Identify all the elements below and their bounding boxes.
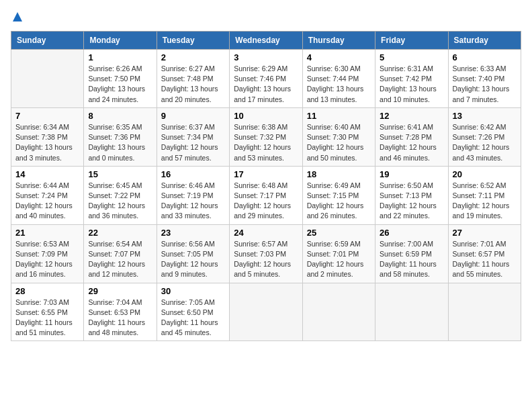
day-info: Sunrise: 6:41 AM Sunset: 7:28 PM Dayligh… — [380, 122, 443, 163]
calendar-week-row: 28Sunrise: 7:03 AM Sunset: 6:55 PM Dayli… — [11, 283, 521, 341]
day-info: Sunrise: 7:04 AM Sunset: 6:53 PM Dayligh… — [88, 298, 152, 338]
day-info: Sunrise: 6:49 AM Sunset: 7:15 PM Dayligh… — [307, 181, 371, 222]
calendar-header-row: SundayMondayTuesdayWednesdayThursdayFrid… — [11, 32, 521, 50]
day-number: 2 — [161, 52, 225, 62]
weekday-header: Monday — [84, 32, 157, 50]
day-number: 7 — [15, 111, 79, 121]
calendar-cell: 9Sunrise: 6:37 AM Sunset: 7:34 PM Daylig… — [157, 107, 229, 166]
calendar-cell — [448, 283, 521, 341]
day-info: Sunrise: 6:33 AM Sunset: 7:40 PM Dayligh… — [453, 64, 517, 105]
day-number: 21 — [15, 228, 79, 238]
calendar-cell: 11Sunrise: 6:40 AM Sunset: 7:30 PM Dayli… — [302, 107, 375, 166]
calendar-cell: 8Sunrise: 6:35 AM Sunset: 7:36 PM Daylig… — [84, 107, 157, 166]
day-number: 12 — [380, 111, 443, 121]
calendar-week-row: 21Sunrise: 6:53 AM Sunset: 7:09 PM Dayli… — [11, 224, 521, 283]
calendar-cell: 28Sunrise: 7:03 AM Sunset: 6:55 PM Dayli… — [11, 283, 84, 341]
day-info: Sunrise: 6:42 AM Sunset: 7:26 PM Dayligh… — [453, 122, 517, 163]
day-number: 6 — [453, 52, 517, 62]
calendar-cell: 5Sunrise: 6:31 AM Sunset: 7:42 PM Daylig… — [375, 50, 448, 108]
day-number: 13 — [453, 111, 517, 121]
calendar-week-row: 7Sunrise: 6:34 AM Sunset: 7:38 PM Daylig… — [11, 107, 521, 166]
weekday-header: Sunday — [11, 32, 84, 50]
calendar-cell: 17Sunrise: 6:48 AM Sunset: 7:17 PM Dayli… — [230, 166, 302, 224]
day-info: Sunrise: 6:29 AM Sunset: 7:46 PM Dayligh… — [234, 64, 298, 105]
day-info: Sunrise: 6:40 AM Sunset: 7:30 PM Dayligh… — [307, 122, 371, 163]
day-number: 11 — [307, 111, 371, 121]
day-info: Sunrise: 6:44 AM Sunset: 7:24 PM Dayligh… — [15, 181, 79, 222]
weekday-header: Thursday — [302, 32, 375, 50]
day-number: 17 — [234, 169, 298, 179]
day-number: 22 — [88, 228, 152, 238]
day-info: Sunrise: 6:46 AM Sunset: 7:19 PM Dayligh… — [161, 181, 225, 222]
day-info: Sunrise: 6:52 AM Sunset: 7:11 PM Dayligh… — [453, 181, 517, 222]
day-info: Sunrise: 7:03 AM Sunset: 6:55 PM Dayligh… — [15, 298, 79, 338]
day-number: 15 — [88, 169, 152, 179]
weekday-header: Wednesday — [230, 32, 302, 50]
day-info: Sunrise: 6:27 AM Sunset: 7:48 PM Dayligh… — [161, 64, 225, 105]
calendar-cell: 4Sunrise: 6:30 AM Sunset: 7:44 PM Daylig… — [302, 50, 375, 108]
day-number: 19 — [380, 169, 443, 179]
calendar-cell: 27Sunrise: 7:01 AM Sunset: 6:57 PM Dayli… — [448, 224, 521, 283]
day-info: Sunrise: 6:34 AM Sunset: 7:38 PM Dayligh… — [15, 122, 79, 163]
day-number: 25 — [307, 228, 371, 238]
calendar-cell: 30Sunrise: 7:05 AM Sunset: 6:50 PM Dayli… — [157, 283, 229, 341]
calendar-cell: 10Sunrise: 6:38 AM Sunset: 7:32 PM Dayli… — [230, 107, 302, 166]
day-info: Sunrise: 6:56 AM Sunset: 7:05 PM Dayligh… — [161, 239, 225, 280]
day-number: 16 — [161, 169, 225, 179]
calendar-cell: 18Sunrise: 6:49 AM Sunset: 7:15 PM Dayli… — [302, 166, 375, 224]
day-number: 1 — [88, 52, 152, 62]
calendar-cell: 23Sunrise: 6:56 AM Sunset: 7:05 PM Dayli… — [157, 224, 229, 283]
weekday-header: Tuesday — [157, 32, 229, 50]
day-info: Sunrise: 6:50 AM Sunset: 7:13 PM Dayligh… — [380, 181, 443, 222]
day-info: Sunrise: 6:31 AM Sunset: 7:42 PM Dayligh… — [380, 64, 443, 105]
day-number: 9 — [161, 111, 225, 121]
calendar-cell: 12Sunrise: 6:41 AM Sunset: 7:28 PM Dayli… — [375, 107, 448, 166]
calendar-cell — [375, 283, 448, 341]
svg-marker-0 — [13, 12, 22, 21]
calendar-cell: 15Sunrise: 6:45 AM Sunset: 7:22 PM Dayli… — [84, 166, 157, 224]
day-number: 20 — [453, 169, 517, 179]
day-number: 30 — [161, 286, 225, 296]
weekday-header: Saturday — [448, 32, 521, 50]
day-number: 8 — [88, 111, 152, 121]
calendar-table: SundayMondayTuesdayWednesdayThursdayFrid… — [11, 31, 521, 341]
day-info: Sunrise: 7:00 AM Sunset: 6:59 PM Dayligh… — [380, 239, 443, 280]
calendar-cell: 20Sunrise: 6:52 AM Sunset: 7:11 PM Dayli… — [448, 166, 521, 224]
day-info: Sunrise: 6:59 AM Sunset: 7:01 PM Dayligh… — [307, 239, 371, 280]
day-number: 4 — [307, 52, 371, 62]
calendar-cell: 1Sunrise: 6:26 AM Sunset: 7:50 PM Daylig… — [84, 50, 157, 108]
day-info: Sunrise: 6:38 AM Sunset: 7:32 PM Dayligh… — [234, 122, 298, 163]
calendar-cell: 14Sunrise: 6:44 AM Sunset: 7:24 PM Dayli… — [11, 166, 84, 224]
day-number: 23 — [161, 228, 225, 238]
day-number: 14 — [15, 169, 79, 179]
day-info: Sunrise: 7:05 AM Sunset: 6:50 PM Dayligh… — [161, 298, 225, 338]
calendar-cell: 13Sunrise: 6:42 AM Sunset: 7:26 PM Dayli… — [448, 107, 521, 166]
calendar-cell — [302, 283, 375, 341]
calendar-cell: 26Sunrise: 7:00 AM Sunset: 6:59 PM Dayli… — [375, 224, 448, 283]
calendar-cell: 29Sunrise: 7:04 AM Sunset: 6:53 PM Dayli… — [84, 283, 157, 341]
calendar-cell: 25Sunrise: 6:59 AM Sunset: 7:01 PM Dayli… — [302, 224, 375, 283]
day-info: Sunrise: 6:26 AM Sunset: 7:50 PM Dayligh… — [88, 64, 152, 105]
calendar-cell: 24Sunrise: 6:57 AM Sunset: 7:03 PM Dayli… — [230, 224, 302, 283]
day-info: Sunrise: 6:54 AM Sunset: 7:07 PM Dayligh… — [88, 239, 152, 280]
logo-icon — [11, 11, 24, 23]
day-info: Sunrise: 6:45 AM Sunset: 7:22 PM Dayligh… — [88, 181, 152, 222]
day-info: Sunrise: 6:35 AM Sunset: 7:36 PM Dayligh… — [88, 122, 152, 163]
day-number: 28 — [15, 286, 79, 296]
day-number: 26 — [380, 228, 443, 238]
day-info: Sunrise: 6:57 AM Sunset: 7:03 PM Dayligh… — [234, 239, 298, 280]
day-number: 3 — [234, 52, 298, 62]
calendar-cell: 16Sunrise: 6:46 AM Sunset: 7:19 PM Dayli… — [157, 166, 229, 224]
day-number: 5 — [380, 52, 443, 62]
page-header — [11, 11, 521, 23]
day-number: 10 — [234, 111, 298, 121]
day-number: 29 — [88, 286, 152, 296]
calendar-cell — [11, 50, 84, 108]
calendar-cell: 2Sunrise: 6:27 AM Sunset: 7:48 PM Daylig… — [157, 50, 229, 108]
calendar-cell: 22Sunrise: 6:54 AM Sunset: 7:07 PM Dayli… — [84, 224, 157, 283]
weekday-header: Friday — [375, 32, 448, 50]
calendar-cell: 21Sunrise: 6:53 AM Sunset: 7:09 PM Dayli… — [11, 224, 84, 283]
day-number: 27 — [453, 228, 517, 238]
day-info: Sunrise: 6:48 AM Sunset: 7:17 PM Dayligh… — [234, 181, 298, 222]
day-number: 24 — [234, 228, 298, 238]
